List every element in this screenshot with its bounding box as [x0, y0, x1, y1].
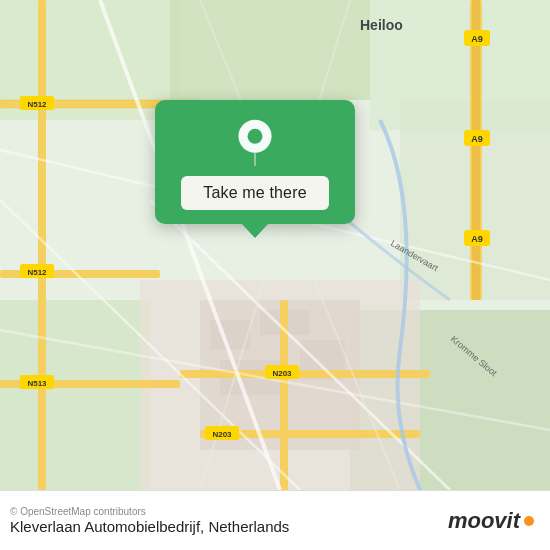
svg-text:A9: A9 — [471, 34, 483, 44]
copyright-text: © OpenStreetMap contributors — [10, 506, 289, 517]
moovit-logo-text: moovit — [448, 508, 520, 534]
app: N512 N512 N513 N203 N203 A9 A9 A9 Heiloo… — [0, 0, 550, 550]
svg-text:N512: N512 — [27, 268, 47, 277]
svg-text:Heiloo: Heiloo — [360, 17, 403, 33]
svg-rect-18 — [180, 370, 430, 378]
location-pin-icon — [231, 118, 279, 166]
popup-card[interactable]: Take me there — [155, 100, 355, 224]
svg-rect-2 — [170, 0, 370, 100]
svg-text:N203: N203 — [212, 430, 232, 439]
svg-text:N203: N203 — [272, 369, 292, 378]
map-area[interactable]: N512 N512 N513 N203 N203 A9 A9 A9 Heiloo… — [0, 0, 550, 490]
footer-bar: © OpenStreetMap contributors Kleverlaan … — [0, 490, 550, 550]
svg-text:A9: A9 — [471, 234, 483, 244]
footer-info: © OpenStreetMap contributors Kleverlaan … — [10, 506, 289, 535]
svg-point-50 — [248, 129, 263, 144]
svg-rect-5 — [0, 300, 150, 490]
location-name: Kleverlaan Automobielbedrijf, Netherland… — [10, 518, 289, 535]
take-me-there-button[interactable]: Take me there — [181, 176, 328, 210]
moovit-dot — [524, 516, 534, 526]
svg-text:N512: N512 — [27, 100, 47, 109]
svg-text:N513: N513 — [27, 379, 47, 388]
map-background: N512 N512 N513 N203 N203 A9 A9 A9 Heiloo… — [0, 0, 550, 490]
svg-text:A9: A9 — [471, 134, 483, 144]
moovit-logo: moovit — [448, 508, 534, 534]
